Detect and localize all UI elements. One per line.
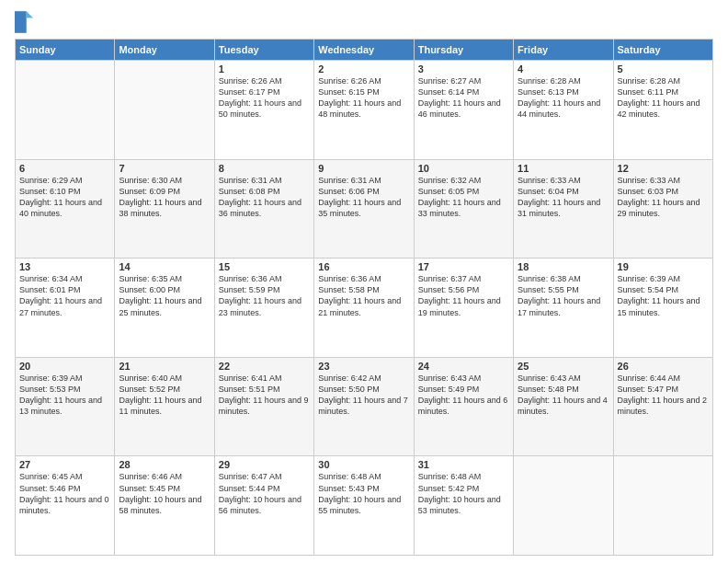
- day-number: 25: [518, 361, 609, 372]
- day-content: Sunrise: 6:41 AM Sunset: 5:51 PM Dayligh…: [219, 373, 310, 418]
- day-number: 16: [318, 261, 409, 272]
- calendar-cell: [514, 456, 613, 556]
- day-header-friday: Friday: [514, 40, 613, 61]
- calendar-cell: 13Sunrise: 6:34 AM Sunset: 6:01 PM Dayli…: [16, 259, 115, 358]
- calendar-cell: 16Sunrise: 6:36 AM Sunset: 5:58 PM Dayli…: [314, 259, 414, 358]
- calendar-cell: 20Sunrise: 6:39 AM Sunset: 5:53 PM Dayli…: [16, 357, 115, 456]
- calendar-cell: 6Sunrise: 6:29 AM Sunset: 6:10 PM Daylig…: [16, 159, 115, 259]
- day-header-thursday: Thursday: [414, 40, 513, 61]
- day-content: Sunrise: 6:26 AM Sunset: 6:15 PM Dayligh…: [318, 75, 409, 121]
- day-number: 31: [418, 459, 509, 470]
- calendar-cell: 27Sunrise: 6:45 AM Sunset: 5:46 PM Dayli…: [16, 456, 115, 556]
- day-number: 26: [618, 361, 709, 372]
- week-row-1: 1Sunrise: 6:26 AM Sunset: 6:17 PM Daylig…: [16, 61, 713, 160]
- calendar-cell: 26Sunrise: 6:44 AM Sunset: 5:47 PM Dayli…: [613, 357, 712, 456]
- calendar-cell: 25Sunrise: 6:43 AM Sunset: 5:48 PM Dayli…: [514, 357, 613, 456]
- day-number: 8: [219, 163, 310, 174]
- calendar-cell: 24Sunrise: 6:43 AM Sunset: 5:49 PM Dayli…: [414, 357, 513, 456]
- calendar-cell: 31Sunrise: 6:48 AM Sunset: 5:42 PM Dayli…: [414, 456, 513, 556]
- day-number: 12: [618, 163, 709, 174]
- day-content: Sunrise: 6:30 AM Sunset: 6:09 PM Dayligh…: [119, 175, 210, 220]
- day-number: 28: [119, 459, 210, 470]
- day-content: Sunrise: 6:34 AM Sunset: 6:01 PM Dayligh…: [19, 273, 110, 318]
- calendar-cell: 21Sunrise: 6:40 AM Sunset: 5:52 PM Dayli…: [115, 357, 214, 456]
- day-number: 19: [618, 261, 709, 272]
- day-content: Sunrise: 6:29 AM Sunset: 6:10 PM Dayligh…: [19, 175, 110, 220]
- day-number: 14: [119, 261, 210, 272]
- day-number: 7: [119, 163, 210, 174]
- calendar-cell: 22Sunrise: 6:41 AM Sunset: 5:51 PM Dayli…: [214, 357, 313, 456]
- calendar-cell: 18Sunrise: 6:38 AM Sunset: 5:55 PM Dayli…: [514, 259, 613, 358]
- day-content: Sunrise: 6:39 AM Sunset: 5:54 PM Dayligh…: [618, 273, 709, 318]
- calendar-cell: 10Sunrise: 6:32 AM Sunset: 6:05 PM Dayli…: [414, 159, 513, 259]
- calendar-cell: [16, 61, 115, 160]
- day-number: 11: [518, 163, 609, 174]
- logo: [15, 11, 37, 33]
- day-content: Sunrise: 6:39 AM Sunset: 5:53 PM Dayligh…: [19, 373, 110, 418]
- day-content: Sunrise: 6:28 AM Sunset: 6:13 PM Dayligh…: [518, 75, 609, 121]
- calendar-cell: [115, 61, 214, 160]
- calendar-cell: 4Sunrise: 6:28 AM Sunset: 6:13 PM Daylig…: [514, 61, 613, 160]
- calendar-cell: 17Sunrise: 6:37 AM Sunset: 5:56 PM Dayli…: [414, 259, 513, 358]
- calendar-cell: [613, 456, 712, 556]
- calendar-cell: 1Sunrise: 6:26 AM Sunset: 6:17 PM Daylig…: [214, 61, 313, 160]
- day-number: 20: [19, 361, 110, 372]
- day-number: 15: [219, 261, 310, 272]
- week-row-4: 20Sunrise: 6:39 AM Sunset: 5:53 PM Dayli…: [16, 357, 713, 456]
- day-number: 24: [418, 361, 509, 372]
- day-content: Sunrise: 6:46 AM Sunset: 5:45 PM Dayligh…: [119, 471, 210, 516]
- calendar-cell: 29Sunrise: 6:47 AM Sunset: 5:44 PM Dayli…: [214, 456, 313, 556]
- calendar-cell: 2Sunrise: 6:26 AM Sunset: 6:15 PM Daylig…: [314, 61, 414, 160]
- calendar-cell: 11Sunrise: 6:33 AM Sunset: 6:04 PM Dayli…: [514, 159, 613, 259]
- svg-marker-1: [27, 11, 33, 17]
- day-number: 23: [318, 361, 409, 372]
- day-content: Sunrise: 6:43 AM Sunset: 5:49 PM Dayligh…: [418, 373, 509, 418]
- day-number: 10: [418, 163, 509, 174]
- day-content: Sunrise: 6:48 AM Sunset: 5:43 PM Dayligh…: [318, 471, 409, 516]
- day-header-monday: Monday: [115, 40, 214, 61]
- day-number: 30: [318, 459, 409, 470]
- week-row-3: 13Sunrise: 6:34 AM Sunset: 6:01 PM Dayli…: [16, 259, 713, 358]
- calendar-cell: 23Sunrise: 6:42 AM Sunset: 5:50 PM Dayli…: [314, 357, 414, 456]
- day-number: 18: [518, 261, 609, 272]
- calendar-cell: 28Sunrise: 6:46 AM Sunset: 5:45 PM Dayli…: [115, 456, 214, 556]
- logo-icon: [15, 11, 33, 33]
- header: [15, 11, 713, 33]
- day-content: Sunrise: 6:33 AM Sunset: 6:03 PM Dayligh…: [618, 175, 709, 220]
- day-header-saturday: Saturday: [613, 40, 712, 61]
- day-content: Sunrise: 6:36 AM Sunset: 5:58 PM Dayligh…: [318, 273, 409, 318]
- day-content: Sunrise: 6:42 AM Sunset: 5:50 PM Dayligh…: [318, 373, 409, 418]
- calendar-cell: 7Sunrise: 6:30 AM Sunset: 6:09 PM Daylig…: [115, 159, 214, 259]
- day-content: Sunrise: 6:32 AM Sunset: 6:05 PM Dayligh…: [418, 175, 509, 220]
- day-content: Sunrise: 6:35 AM Sunset: 6:00 PM Dayligh…: [119, 273, 210, 318]
- day-number: 6: [19, 163, 110, 174]
- svg-rect-0: [15, 11, 27, 33]
- day-header-row: SundayMondayTuesdayWednesdayThursdayFrid…: [16, 40, 713, 61]
- calendar-cell: 15Sunrise: 6:36 AM Sunset: 5:59 PM Dayli…: [214, 259, 313, 358]
- calendar-cell: 3Sunrise: 6:27 AM Sunset: 6:14 PM Daylig…: [414, 61, 513, 160]
- day-content: Sunrise: 6:27 AM Sunset: 6:14 PM Dayligh…: [418, 75, 509, 121]
- day-number: 17: [418, 261, 509, 272]
- calendar-cell: 14Sunrise: 6:35 AM Sunset: 6:00 PM Dayli…: [115, 259, 214, 358]
- day-header-wednesday: Wednesday: [314, 40, 414, 61]
- day-content: Sunrise: 6:33 AM Sunset: 6:04 PM Dayligh…: [518, 175, 609, 220]
- day-content: Sunrise: 6:44 AM Sunset: 5:47 PM Dayligh…: [618, 373, 709, 418]
- day-content: Sunrise: 6:36 AM Sunset: 5:59 PM Dayligh…: [219, 273, 310, 318]
- calendar-table: SundayMondayTuesdayWednesdayThursdayFrid…: [15, 39, 713, 556]
- day-content: Sunrise: 6:40 AM Sunset: 5:52 PM Dayligh…: [119, 373, 210, 418]
- day-header-sunday: Sunday: [16, 40, 115, 61]
- day-number: 2: [318, 63, 409, 75]
- day-number: 5: [618, 63, 709, 75]
- day-content: Sunrise: 6:45 AM Sunset: 5:46 PM Dayligh…: [19, 471, 110, 516]
- day-number: 21: [119, 361, 210, 372]
- day-content: Sunrise: 6:31 AM Sunset: 6:06 PM Dayligh…: [318, 175, 409, 220]
- week-row-2: 6Sunrise: 6:29 AM Sunset: 6:10 PM Daylig…: [16, 159, 713, 259]
- day-number: 1: [219, 63, 310, 75]
- day-number: 3: [418, 63, 509, 75]
- day-content: Sunrise: 6:37 AM Sunset: 5:56 PM Dayligh…: [418, 273, 509, 318]
- day-content: Sunrise: 6:43 AM Sunset: 5:48 PM Dayligh…: [518, 373, 609, 418]
- day-content: Sunrise: 6:38 AM Sunset: 5:55 PM Dayligh…: [518, 273, 609, 318]
- day-content: Sunrise: 6:47 AM Sunset: 5:44 PM Dayligh…: [219, 471, 310, 516]
- day-content: Sunrise: 6:48 AM Sunset: 5:42 PM Dayligh…: [418, 471, 509, 516]
- day-header-tuesday: Tuesday: [214, 40, 313, 61]
